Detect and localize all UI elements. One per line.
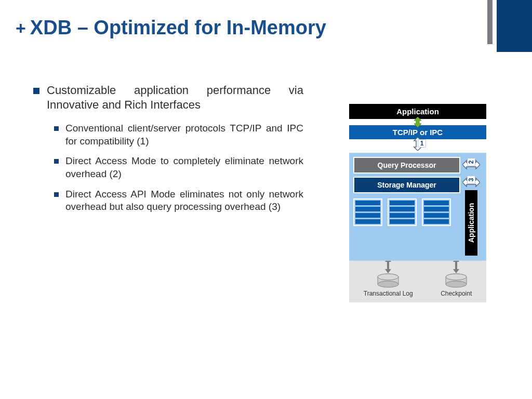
disk-txlog: Transactional Log <box>364 267 413 297</box>
data-cell <box>355 213 380 218</box>
data-cell <box>424 201 449 205</box>
bidir-arrow-green-icon <box>412 117 423 127</box>
disk-icon <box>377 273 400 288</box>
plus-icon: + <box>16 19 26 37</box>
sub-bullet-list: Conventional client/server protocols TCP… <box>33 122 303 214</box>
title-row: + XDB – Optimized for In-Memory <box>16 18 326 38</box>
data-cell <box>390 207 415 211</box>
data-cell <box>355 207 380 211</box>
data-cell <box>424 219 449 224</box>
data-stack <box>388 198 417 226</box>
disk-checkpoint: Checkpoint <box>441 267 472 297</box>
data-cell <box>355 201 380 205</box>
sub-bullet: Conventional client/server protocols TCP… <box>54 122 303 148</box>
corner-bar-blue <box>497 0 532 52</box>
corner-bar-gray <box>487 0 493 44</box>
data-stack <box>422 198 451 226</box>
badge-3: 3 <box>467 176 475 184</box>
label-txlog: Transactional Log <box>364 290 413 297</box>
data-cell <box>424 213 449 218</box>
badge-1: 1 <box>418 139 426 148</box>
data-cell <box>424 207 449 211</box>
disk-icon <box>445 273 468 288</box>
bullet-content: Customizable application performance via… <box>33 83 303 221</box>
svg-point-12 <box>446 281 467 287</box>
page-title: XDB – Optimized for In-Memory <box>30 18 326 38</box>
badge-2: 2 <box>467 158 475 166</box>
arrow-sm-app: 3 <box>462 175 480 190</box>
data-stack <box>353 198 382 226</box>
box-application-side: Application <box>465 190 477 256</box>
engine-panel: Query Processor Storage Manager <box>349 153 486 261</box>
sub-bullet: Direct Access Mode to completely elimina… <box>54 155 303 180</box>
data-block-grid <box>353 198 460 226</box>
sub-bullet: Direct Access API Mode eliminates not on… <box>54 188 303 214</box>
bullet-main: Customizable application performance via… <box>33 83 303 112</box>
box-query-processor: Query Processor <box>353 157 460 174</box>
data-cell <box>355 219 380 224</box>
svg-point-8 <box>378 274 398 280</box>
corner-decoration <box>487 0 532 52</box>
arrow-qp-app: 2 <box>462 157 480 172</box>
architecture-diagram: Application TCP/IP or IPC 1 Query Proces… <box>349 104 486 302</box>
data-cell <box>390 201 415 205</box>
arrow-ipc-qp: 1 <box>349 137 486 149</box>
box-storage-manager: Storage Manager <box>353 177 460 193</box>
data-cell <box>390 213 415 218</box>
label-checkpoint: Checkpoint <box>441 290 472 297</box>
storage-panel: Transactional Log Checkpoint <box>349 261 486 302</box>
svg-point-13 <box>446 274 467 280</box>
svg-point-7 <box>378 281 398 287</box>
svg-marker-0 <box>414 117 421 127</box>
data-cell <box>390 219 415 224</box>
